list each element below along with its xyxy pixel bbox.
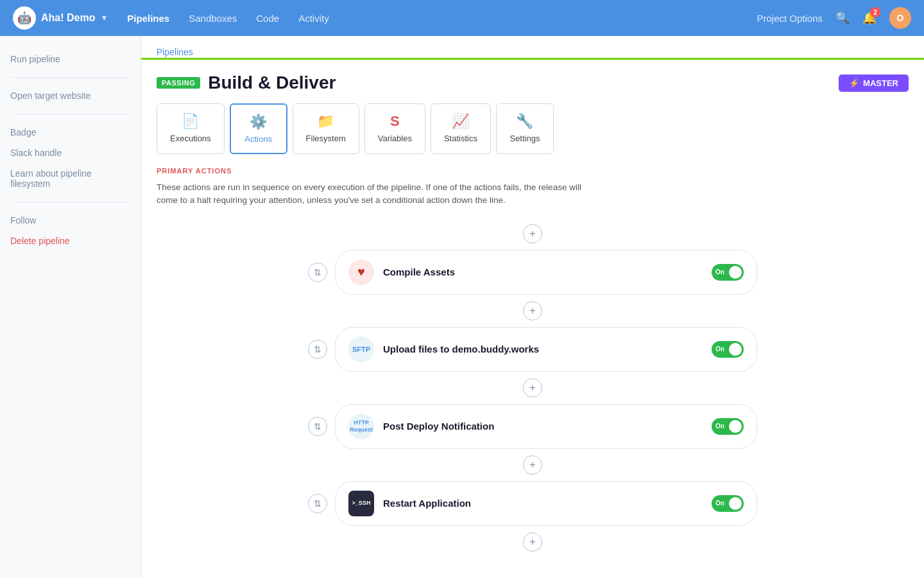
statistics-icon: 📈 — [452, 113, 469, 130]
tab-statistics[interactable]: 📈 Statistics — [431, 103, 491, 154]
drag-handle-2[interactable]: ⇅ — [308, 340, 327, 359]
nav-logo[interactable]: 🤖 Aha! Demo ▼ — [13, 6, 108, 30]
breadcrumb-bar: Pipelines — [141, 36, 924, 60]
tab-variables[interactable]: S Variables — [364, 103, 425, 154]
add-after-last: + — [523, 532, 542, 552]
add-before-first: + — [523, 224, 542, 243]
add-action-button-1[interactable]: + — [523, 301, 542, 320]
variables-icon: S — [390, 113, 400, 130]
tab-actions[interactable]: ⚙️ Actions — [230, 103, 287, 154]
actions-icon: ⚙️ — [250, 114, 267, 130]
add-between-2-3: + — [523, 378, 542, 398]
tab-filesystem-label: Filesystem — [306, 134, 346, 143]
main-content: Pipelines PASSING Build & Deliver ⚡ MAST… — [141, 36, 924, 578]
nav-links: Pipelines Sandboxes Code Activity — [127, 13, 737, 24]
sftp-icon: SFTP — [348, 337, 374, 362]
action-name-http: Post Deploy Notification — [383, 421, 703, 432]
executions-icon: 📄 — [182, 113, 199, 130]
action-name-ssh: Restart Application — [383, 498, 703, 509]
sidebar-run-pipeline[interactable]: Run pipeline — [10, 51, 130, 67]
pipeline-title-wrap: PASSING Build & Deliver — [157, 73, 336, 93]
actions-list: + ⇅ ♥ Compile Assets On + — [141, 220, 924, 556]
tab-filesystem[interactable]: 📁 Filesystem — [293, 103, 359, 154]
primary-actions-label: PRIMARY ACTIONS — [141, 167, 924, 181]
user-avatar[interactable]: O — [889, 7, 911, 29]
compile-assets-icon: ♥ — [348, 259, 374, 285]
master-icon: ⚡ — [849, 78, 859, 88]
sidebar-learn-filesystem[interactable]: Learn about pipeline filesystem — [10, 166, 130, 191]
add-action-button-3[interactable]: + — [523, 455, 542, 475]
top-nav: 🤖 Aha! Demo ▼ Pipelines Sandboxes Code A… — [0, 0, 924, 36]
filesystem-icon: 📁 — [317, 113, 334, 130]
logo-icon: 🤖 — [13, 6, 36, 30]
table-row: ⇅ SFTP Upload files to demo.buddy.works … — [308, 327, 757, 372]
tabs-container: 📄 Executions ⚙️ Actions 📁 Filesystem S V… — [141, 103, 924, 167]
add-action-button-top[interactable]: + — [523, 224, 542, 243]
action-card-http[interactable]: HTTPRequest Post Deploy Notification On — [335, 404, 757, 449]
action-name-sftp: Upload files to demo.buddy.works — [383, 344, 703, 355]
toggle-compile-assets[interactable]: On — [712, 264, 744, 281]
main-layout: Run pipeline Open target website Badge S… — [0, 36, 924, 578]
toggle-sftp-knob — [729, 343, 742, 356]
master-badge[interactable]: ⚡ MASTER — [839, 74, 909, 92]
sidebar-open-target-website[interactable]: Open target website — [10, 88, 130, 103]
tab-settings-label: Settings — [509, 134, 540, 143]
sidebar: Run pipeline Open target website Badge S… — [0, 36, 141, 578]
tab-executions[interactable]: 📄 Executions — [157, 103, 225, 154]
sidebar-follow[interactable]: Follow — [10, 213, 130, 228]
sidebar-badge[interactable]: Badge — [10, 125, 130, 140]
nav-right: Project Options 🔍 🔔 2 O — [757, 7, 911, 29]
sidebar-divider-1 — [10, 77, 130, 78]
action-card-sftp[interactable]: SFTP Upload files to demo.buddy.works On — [335, 327, 757, 372]
logo-text: Aha! Demo — [41, 12, 95, 24]
action-card-compile-assets[interactable]: ♥ Compile Assets On — [335, 250, 757, 295]
add-between-1-2: + — [523, 301, 542, 320]
toggle-compile-assets-knob — [729, 266, 742, 279]
notification-badge: 2 — [870, 7, 880, 17]
toggle-sftp-label: On — [715, 346, 724, 353]
table-row: ⇅ ♥ Compile Assets On — [308, 250, 757, 295]
table-row: ⇅ >_SSH Restart Application On — [308, 481, 757, 526]
add-action-button-bottom[interactable]: + — [523, 532, 542, 552]
toggle-ssh-label: On — [715, 500, 724, 507]
tab-settings[interactable]: 🔧 Settings — [496, 103, 554, 154]
primary-actions-desc: These actions are run in sequence on eve… — [141, 181, 603, 220]
toggle-compile-assets-label: On — [715, 268, 724, 276]
sidebar-divider-2 — [10, 114, 130, 114]
master-label: MASTER — [863, 78, 898, 88]
breadcrumb[interactable]: Pipelines — [157, 47, 193, 57]
http-icon: HTTPRequest — [348, 414, 374, 439]
nav-pipelines[interactable]: Pipelines — [127, 13, 169, 24]
notifications-icon[interactable]: 🔔 2 — [862, 11, 877, 25]
action-name-compile-assets: Compile Assets — [383, 267, 703, 277]
project-options-link[interactable]: Project Options — [757, 13, 823, 24]
toggle-sftp[interactable]: On — [712, 341, 744, 358]
pipeline-header: PASSING Build & Deliver ⚡ MASTER — [141, 60, 924, 103]
toggle-ssh[interactable]: On — [712, 495, 744, 512]
sidebar-slack-handle[interactable]: Slack handle — [10, 145, 130, 161]
tab-statistics-label: Statistics — [444, 134, 477, 143]
ssh-icon: >_SSH — [348, 491, 374, 516]
table-row: ⇅ HTTPRequest Post Deploy Notification O… — [308, 404, 757, 449]
toggle-ssh-knob — [729, 497, 742, 510]
nav-dropdown-icon[interactable]: ▼ — [100, 13, 108, 22]
search-icon[interactable]: 🔍 — [835, 11, 850, 25]
sidebar-delete-pipeline[interactable]: Delete pipeline — [10, 233, 130, 249]
drag-handle-1[interactable]: ⇅ — [308, 263, 327, 282]
pipeline-title: Build & Deliver — [208, 73, 336, 93]
nav-activity[interactable]: Activity — [298, 13, 329, 24]
drag-handle-3[interactable]: ⇅ — [308, 417, 327, 436]
add-between-3-4: + — [523, 455, 542, 475]
toggle-http[interactable]: On — [712, 418, 744, 435]
nav-code[interactable]: Code — [256, 13, 279, 24]
toggle-http-knob — [729, 420, 742, 433]
action-card-ssh[interactable]: >_SSH Restart Application On — [335, 481, 757, 526]
settings-icon: 🔧 — [516, 113, 533, 130]
sidebar-divider-3 — [10, 202, 130, 202]
drag-handle-4[interactable]: ⇅ — [308, 494, 327, 513]
nav-sandboxes[interactable]: Sandboxes — [189, 13, 237, 24]
add-action-button-2[interactable]: + — [523, 378, 542, 398]
tab-actions-label: Actions — [244, 134, 272, 144]
passing-badge: PASSING — [157, 77, 200, 89]
tab-variables-label: Variables — [378, 134, 412, 143]
